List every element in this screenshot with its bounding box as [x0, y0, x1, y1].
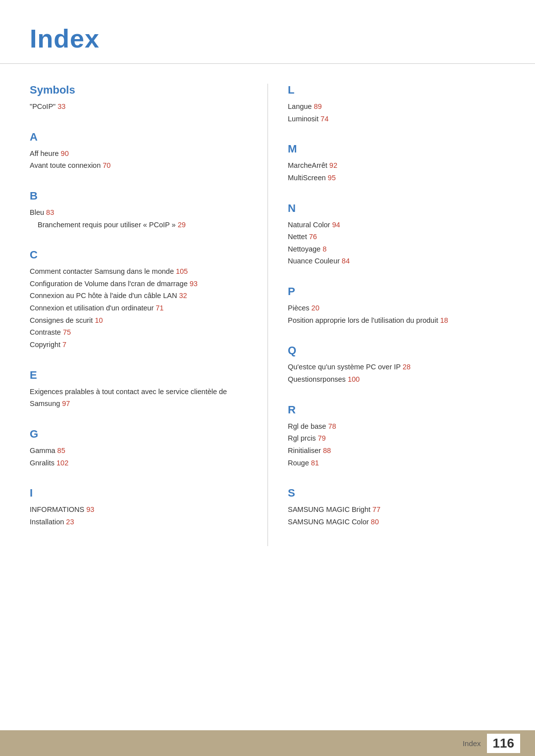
list-item: Rinitialiser 88: [288, 445, 505, 457]
right-column: LLangue 89Luminosit 74MMarcheArrêt 92Mul…: [268, 84, 505, 546]
section-entries: SAMSUNG MAGIC Bright 77SAMSUNG MAGIC Col…: [288, 504, 505, 528]
content-area: Symbols"PCoIP" 33AAff heure 90Avant tout…: [0, 69, 535, 586]
list-item: INFORMATIONS 93: [30, 504, 248, 516]
section-entries: Exigences pralables à tout contact avec …: [30, 386, 248, 410]
index-section: GGamma 85Gnralits 102: [30, 428, 248, 469]
page-number: 76: [309, 233, 317, 241]
list-item: Position approprie lors de l'utilisation…: [288, 314, 505, 327]
index-section: IINFORMATIONS 93Installation 23: [30, 487, 248, 528]
page-number: 79: [318, 434, 325, 442]
section-entries: Natural Color 94Nettet 76Nettoyage 8Nuan…: [288, 219, 505, 268]
index-section: Symbols"PCoIP" 33: [30, 84, 248, 113]
page-number: 8: [322, 245, 326, 253]
page-number: 18: [440, 316, 448, 324]
list-item: Branchement requis pour utiliser « PCoIP…: [30, 219, 248, 231]
list-item: Nuance Couleur 84: [288, 255, 505, 267]
page-number: 83: [46, 208, 54, 216]
page-number: 75: [63, 328, 71, 336]
list-item: Contraste 75: [30, 326, 248, 339]
footer-page-number: 116: [487, 734, 520, 753]
section-entries: MarcheArrêt 92MultiScreen 95: [288, 159, 505, 184]
page-number: 33: [57, 102, 65, 110]
page-number: 88: [323, 447, 331, 454]
page-number: 90: [61, 150, 69, 157]
page-footer: Index 116: [0, 730, 535, 756]
section-entries: "PCoIP" 33: [30, 101, 248, 113]
list-item: Rgl de base 78: [288, 420, 505, 433]
list-item: MarcheArrêt 92: [288, 159, 505, 172]
page-number: 105: [176, 267, 188, 275]
index-section: EExigences pralables à tout contact avec…: [30, 369, 248, 410]
list-item: Aff heure 90: [30, 148, 248, 160]
page-number: 70: [103, 161, 110, 169]
index-section: LLangue 89Luminosit 74: [288, 84, 505, 125]
list-item: Luminosit 74: [288, 113, 505, 125]
page-number: 92: [329, 161, 337, 169]
list-item: Rgl prcis 79: [288, 432, 505, 445]
section-entries: Qu'estce qu'un système PC over IP 28Ques…: [288, 361, 505, 385]
page-number: 97: [62, 400, 70, 407]
page-number: 7: [62, 341, 66, 349]
list-item: "PCoIP" 33: [30, 101, 248, 113]
section-letter: L: [288, 84, 505, 97]
index-section: RRgl de base 78Rgl prcis 79Rinitialiser …: [288, 403, 505, 469]
section-entries: Gamma 85Gnralits 102: [30, 445, 248, 469]
list-item: SAMSUNG MAGIC Color 80: [288, 516, 505, 528]
list-item: Natural Color 94: [288, 219, 505, 231]
page-number: 32: [179, 292, 187, 300]
index-section: AAff heure 90Avant toute connexion 70: [30, 131, 248, 172]
list-item: Questionsrponses 100: [288, 373, 505, 386]
page-number: 102: [56, 459, 68, 467]
page-number: 100: [348, 375, 360, 383]
index-section: SSAMSUNG MAGIC Bright 77SAMSUNG MAGIC Co…: [288, 487, 505, 528]
page-number: 94: [332, 221, 340, 229]
page-number: 89: [314, 102, 321, 110]
list-item: MultiScreen 95: [288, 172, 505, 184]
section-entries: INFORMATIONS 93Installation 23: [30, 504, 248, 528]
page-number: 74: [321, 115, 328, 123]
section-entries: Pièces 20Position approprie lors de l'ut…: [288, 302, 505, 326]
list-item: Consignes de scurit 10: [30, 314, 248, 327]
section-letter: P: [288, 285, 505, 298]
list-item: Configuration de Volume dans l'cran de d…: [30, 278, 248, 290]
page-number: 23: [66, 518, 74, 526]
page-number: 93: [86, 505, 94, 513]
page-number: 93: [190, 280, 198, 288]
section-letter: N: [288, 202, 505, 215]
list-item: Exigences pralables à tout contact avec …: [30, 386, 248, 410]
index-section: QQu'estce qu'un système PC over IP 28Que…: [288, 344, 505, 385]
page-title: Index: [30, 24, 505, 53]
list-item: Avant toute connexion 70: [30, 159, 248, 172]
index-section: NNatural Color 94Nettet 76Nettoyage 8Nua…: [288, 202, 505, 268]
list-item: Qu'estce qu'un système PC over IP 28: [288, 361, 505, 373]
section-letter: G: [30, 428, 248, 441]
page-number: 95: [328, 174, 336, 182]
list-item: Rouge 81: [288, 457, 505, 469]
list-item: Pièces 20: [288, 302, 505, 314]
list-item: Connexion au PC hôte à l'aide d'un câble…: [30, 290, 248, 302]
list-item: Nettoyage 8: [288, 243, 505, 255]
page-number: 81: [311, 459, 319, 467]
footer-label: Index: [463, 739, 481, 748]
list-item: Comment contacter Samsung dans le monde …: [30, 265, 248, 278]
section-letter: A: [30, 131, 248, 144]
section-letter: Q: [288, 344, 505, 357]
section-entries: Langue 89Luminosit 74: [288, 101, 505, 125]
index-section: PPièces 20Position approprie lors de l'u…: [288, 285, 505, 326]
section-letter: Symbols: [30, 84, 248, 97]
page-number: 28: [403, 363, 411, 371]
left-column: Symbols"PCoIP" 33AAff heure 90Avant tout…: [30, 84, 268, 546]
page-number: 71: [156, 304, 163, 312]
page-number: 20: [312, 304, 320, 312]
index-section: MMarcheArrêt 92MultiScreen 95: [288, 143, 505, 184]
index-section: BBleu 83Branchement requis pour utiliser…: [30, 190, 248, 231]
page-number: 29: [178, 221, 186, 229]
page-container: Index Symbols"PCoIP" 33AAff heure 90Avan…: [0, 0, 535, 756]
section-letter: B: [30, 190, 248, 202]
section-letter: M: [288, 143, 505, 155]
list-item: Nettet 76: [288, 231, 505, 243]
section-letter: S: [288, 487, 505, 500]
page-number: 77: [373, 505, 380, 513]
list-item: Langue 89: [288, 101, 505, 113]
list-item: SAMSUNG MAGIC Bright 77: [288, 504, 505, 516]
